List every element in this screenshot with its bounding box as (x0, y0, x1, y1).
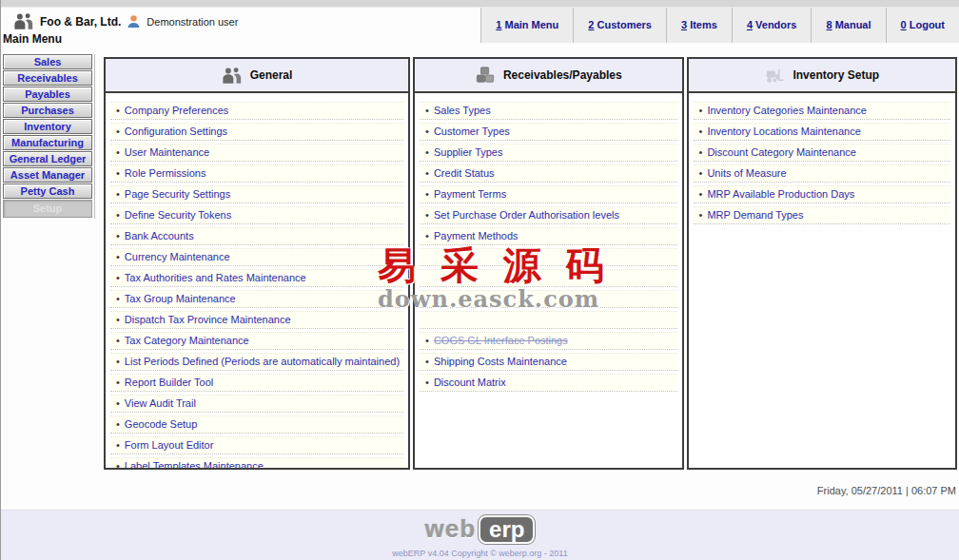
menu-link-role-permissions[interactable]: Role Permissions (125, 167, 206, 179)
menu-link-user-maintenance[interactable]: User Maintenance (125, 146, 209, 158)
forklift-icon (764, 66, 785, 85)
nav-accesskey: 2 (588, 19, 594, 30)
list-item: •Sales Types (420, 102, 676, 120)
nav-accesskey: 0 (901, 19, 907, 30)
panel-body-general: •Company Preferences•Configuration Setti… (106, 93, 408, 468)
list-item: •Units of Measure (694, 164, 950, 183)
menu-link-discount-category-maintenance[interactable]: Discount Category Maintenance (707, 146, 856, 158)
sidebar-item-asset-manager[interactable]: Asset Manager (3, 167, 92, 183)
panel-body-receivables-payables: •Sales Types•Customer Types•Supplier Typ… (415, 93, 681, 468)
menu-link-payment-terms[interactable]: Payment Terms (434, 188, 506, 200)
panel-inventory-setup: Inventory Setup•Inventory Categories Mai… (687, 57, 957, 470)
window-top-strip (1, 0, 959, 8)
company-name: Foo & Bar, Ltd. (40, 15, 121, 29)
menu-link-company-preferences[interactable]: Company Preferences (125, 105, 228, 116)
menu-link-cogs-gl-interface-postings: COGS GL Interface Postings (434, 335, 568, 346)
bullet-icon: • (116, 251, 120, 262)
menu-link-mrp-demand-types[interactable]: MRP Demand Types (707, 209, 803, 221)
menu-link-geocode-setup[interactable]: Geocode Setup (125, 418, 197, 430)
menu-link-supplier-types[interactable]: Supplier Types (434, 146, 503, 158)
menu-link-view-audit-trail[interactable]: View Audit Trail (125, 397, 196, 409)
sidebar-item-purchases[interactable]: Purchases (3, 103, 92, 118)
bullet-icon: • (116, 146, 120, 158)
bullet-icon: • (425, 126, 429, 137)
list-item: • (420, 269, 676, 287)
list-item: •Tax Category Maintenance (110, 332, 403, 350)
menu-link-dispatch-tax-province-maintenance[interactable]: Dispatch Tax Province Maintenance (125, 314, 291, 325)
menu-link-currency-maintenance[interactable]: Currency Maintenance (125, 251, 230, 262)
nav-item-main-menu[interactable]: 1 Main Menu (481, 8, 574, 43)
menu-link-payment-methods[interactable]: Payment Methods (434, 230, 519, 241)
list-item: •View Audit Trail (110, 395, 403, 413)
list-item: •Define Security Tokens (110, 206, 403, 224)
sidebar-item-receivables[interactable]: Receivables (3, 70, 92, 86)
list-item: •Page Security Settings (110, 185, 403, 203)
nav-item-manual[interactable]: 8 Manual (812, 8, 886, 43)
sidebar-item-inventory[interactable]: Inventory (3, 119, 92, 134)
menu-link-discount-matrix[interactable]: Discount Matrix (434, 377, 506, 388)
menu-link-tax-category-maintenance[interactable]: Tax Category Maintenance (125, 335, 249, 346)
menu-list-general: •Company Preferences•Configuration Setti… (108, 102, 405, 468)
list-item: •Configuration Settings (110, 123, 403, 141)
nav-item-vendors[interactable]: 4 Vendors (733, 8, 812, 43)
menu-link-page-security-settings[interactable]: Page Security Settings (125, 188, 230, 200)
menu-link-inventory-categories-maintenance[interactable]: Inventory Categories Maintenance (707, 105, 867, 116)
list-item: •Inventory Locations Maintenance (694, 123, 950, 141)
bullet-icon: • (116, 418, 120, 430)
panel-title: Receivables/Payables (503, 68, 622, 82)
bullet-icon: • (425, 356, 429, 367)
menu-link-credit-status[interactable]: Credit Status (434, 167, 495, 179)
sidebar-item-setup[interactable]: Setup (3, 200, 92, 218)
list-item: •COGS GL Interface Postings (420, 332, 676, 350)
sidebar-item-payables[interactable]: Payables (3, 87, 92, 102)
menu-link-customer-types[interactable]: Customer Types (434, 126, 510, 137)
copyright-text: webERP v4.04 Copyright © weberp.org - 20… (1, 549, 959, 558)
menu-link-configuration-settings[interactable]: Configuration Settings (125, 126, 227, 137)
menu-link-inventory-locations-maintenance[interactable]: Inventory Locations Maintenance (707, 126, 860, 137)
menu-link-units-of-measure[interactable]: Units of Measure (707, 167, 786, 179)
bullet-icon: • (425, 335, 429, 346)
menu-link-shipping-costs-maintenance[interactable]: Shipping Costs Maintenance (434, 356, 567, 367)
nav-accesskey: 8 (826, 19, 832, 30)
nav-accesskey: 4 (747, 19, 753, 30)
list-item: •Inventory Categories Maintenance (694, 102, 950, 120)
menu-link-define-security-tokens[interactable]: Define Security Tokens (125, 209, 231, 221)
menu-link-tax-group-maintenance[interactable]: Tax Group Maintenance (125, 293, 236, 304)
menu-link-set-purchase-order-authorisation-levels[interactable]: Set Purchase Order Authorisation levels (434, 209, 619, 221)
list-item: •MRP Available Production Days (694, 185, 950, 203)
menu-link-bank-accounts[interactable]: Bank Accounts (125, 230, 194, 241)
menu-link-form-layout-editor[interactable]: Form Layout Editor (125, 439, 214, 451)
menu-link-report-builder-tool[interactable]: Report Builder Tool (125, 377, 213, 388)
nav-item-items[interactable]: 3 Items (667, 8, 733, 43)
bullet-icon: • (699, 188, 703, 200)
sidebar-item-general-ledger[interactable]: General Ledger (3, 151, 92, 166)
nav-item-logout[interactable]: 0 Logout (887, 8, 959, 43)
list-item: •Shipping Costs Maintenance (420, 353, 676, 371)
menu-link-list-periods-defined-periods-are-automatically-maintained[interactable]: List Periods Defined (Periods are automa… (125, 356, 400, 367)
bullet-icon: • (425, 146, 429, 158)
footer: weberp webERP v4.04 Copyright © weberp.o… (1, 510, 959, 560)
list-item: •Geocode Setup (110, 415, 403, 434)
bullet-icon: • (699, 209, 703, 221)
menu-link-label-templates-maintenance[interactable]: Label Templates Maintenance (125, 460, 264, 468)
bullet-icon: • (425, 105, 429, 116)
menu-link-sales-types[interactable]: Sales Types (434, 105, 491, 116)
bullet-icon: • (116, 397, 120, 409)
menu-link-blank (434, 293, 437, 304)
bullet-icon: • (116, 230, 120, 241)
sidebar-item-manufacturing[interactable]: Manufacturing (3, 135, 92, 150)
page-title: Main Menu (3, 32, 62, 46)
list-item: • (420, 311, 676, 329)
weberp-logo: weberp (425, 514, 536, 548)
menu-link-tax-authorities-and-rates-maintenance[interactable]: Tax Authorities and Rates Maintenance (125, 272, 306, 283)
page: Foo & Bar, Ltd. Demonstration user Main … (0, 0, 959, 560)
sidebar-item-sales[interactable]: Sales (3, 54, 92, 69)
bullet-icon: • (116, 335, 120, 346)
list-item: •Tax Authorities and Rates Maintenance (110, 269, 403, 287)
sidebar-item-petty-cash[interactable]: Petty Cash (3, 183, 92, 199)
menu-link-mrp-available-production-days[interactable]: MRP Available Production Days (707, 188, 854, 200)
list-item: • (420, 248, 676, 266)
nav-item-customers[interactable]: 2 Customers (574, 8, 667, 43)
list-item: • (420, 290, 676, 308)
panel-general: General•Company Preferences•Configuratio… (104, 57, 410, 470)
